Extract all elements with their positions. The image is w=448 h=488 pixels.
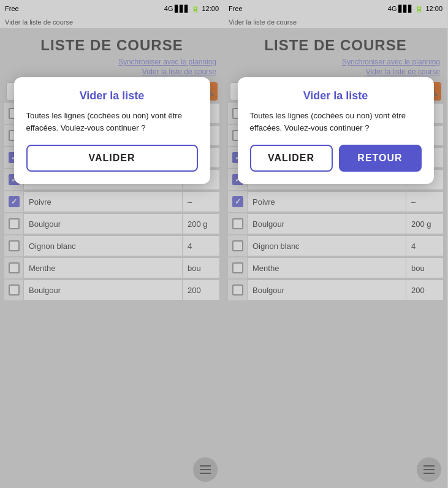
time-1: 12:00 xyxy=(202,5,219,12)
signal-bars-icon-1: ▋▋▋ xyxy=(175,5,189,13)
dialog-title-2: Vider la liste xyxy=(250,90,422,102)
status-icons-1: 4G ▋▋▋ 🔋 12:00 xyxy=(164,5,219,13)
carrier-1: Free xyxy=(5,5,19,12)
signal-bars-icon-2: ▋▋▋ xyxy=(398,5,413,13)
dialog-box-1: Vider la liste Toutes les lignes (cochée… xyxy=(14,77,210,184)
battery-icon-1: 🔋 xyxy=(191,5,200,13)
status-icons-2: 4G ▋▋▋ 🔋 12:00 xyxy=(388,5,442,13)
app-bg-2: LISTE DE COURSE Synchroniser avec le pla… xyxy=(224,28,447,488)
phone-2: Free 4G ▋▋▋ 🔋 12:00 Vider la liste de co… xyxy=(224,0,447,488)
status-bar-1: Free 4G ▋▋▋ 🔋 12:00 xyxy=(0,0,224,17)
top-nav-1: Vider la liste de course xyxy=(0,17,224,28)
valider-button-2[interactable]: VALIDER xyxy=(250,145,333,172)
signal-icon-2: 4G xyxy=(388,5,397,12)
dialog-text-2: Toutes les lignes (cochées ou non) vont … xyxy=(250,110,422,134)
dialog-box-2: Vider la liste Toutes les lignes (cochée… xyxy=(238,77,434,184)
dialog-buttons-1: VALIDER xyxy=(26,145,198,172)
top-nav-2: Vider la liste de course xyxy=(224,17,447,28)
app-bg-1: LISTE DE COURSE Synchroniser avec le pla… xyxy=(0,28,224,488)
valider-button-1[interactable]: VALIDER xyxy=(26,145,198,172)
status-bar-2: Free 4G ▋▋▋ 🔋 12:00 xyxy=(224,0,447,17)
dialog-overlay-1: Vider la liste Toutes les lignes (cochée… xyxy=(0,28,224,488)
dialog-buttons-2: VALIDER RETOUR xyxy=(250,145,422,172)
battery-icon-2: 🔋 xyxy=(415,5,423,13)
time-2: 12:00 xyxy=(425,5,442,12)
retour-button-2[interactable]: RETOUR xyxy=(339,145,422,172)
dialog-title-1: Vider la liste xyxy=(26,90,198,102)
signal-icon-1: 4G xyxy=(164,5,173,12)
dialog-text-1: Toutes les lignes (cochées ou non) vont … xyxy=(26,110,198,134)
dialog-overlay-2: Vider la liste Toutes les lignes (cochée… xyxy=(224,28,447,488)
carrier-2: Free xyxy=(229,5,243,12)
phone-1: Free 4G ▋▋▋ 🔋 12:00 Vider la liste de co… xyxy=(0,0,224,488)
